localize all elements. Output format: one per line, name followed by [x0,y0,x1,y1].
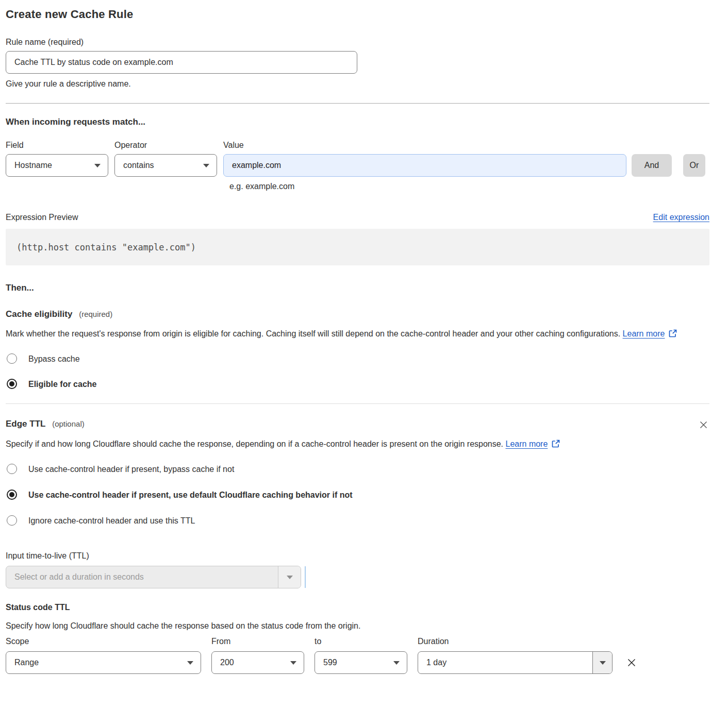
expression-code: (http.host contains "example.com") [16,242,196,252]
chevron-down-icon [592,652,612,673]
chevron-down-icon [203,164,209,167]
rule-name-help: Give your rule a descriptive name. [6,78,709,90]
delete-status-row-button[interactable] [625,656,638,669]
cache-eligibility-description-text: Mark whether the request's response from… [6,329,620,338]
create-cache-rule-form: Create new Cache Rule Rule name (require… [0,0,728,687]
match-heading: When incoming requests match... [6,116,709,128]
section-divider [6,403,709,404]
radio-label: Eligible for cache [28,379,96,390]
ttl-input-label: Input time-to-live (TTL) [6,550,709,562]
status-code-ttl-row: Range 200 599 1 day [6,651,709,674]
value-input[interactable] [223,154,626,177]
scope-select-value: Range [14,658,187,667]
cache-eligibility-heading: Cache eligibility [6,309,72,319]
radio-icon [7,515,17,526]
ttl-duration-select[interactable]: Select or add a duration in seconds [6,566,301,588]
section-divider [6,103,709,104]
operator-select-value: contains [123,161,203,170]
edge-ttl-description: Specify if and how long Cloudflare shoul… [6,437,578,451]
operator-select[interactable]: contains [114,154,217,177]
duration-label: Duration [418,636,449,647]
to-label: to [315,636,418,647]
operator-label: Operator [114,141,223,150]
ttl-duration-placeholder: Select or add a duration in seconds [6,566,278,588]
rule-name-input[interactable] [6,51,357,74]
field-select-value: Hostname [14,161,94,170]
edge-ttl-description-text: Specify if and how long Cloudflare shoul… [6,440,503,448]
close-icon [699,420,708,430]
external-link-icon [551,439,560,448]
chevron-down-icon [187,661,193,665]
page-title: Create new Cache Rule [6,7,709,22]
rule-name-label: Rule name (required) [6,37,709,48]
status-code-ttl-description: Specify how long Cloudflare should cache… [6,620,709,632]
then-heading: Then... [6,282,709,294]
radio-use-header-default-if-not[interactable]: Use cache-control header if present, use… [6,489,709,501]
radio-icon [7,379,17,389]
edge-ttl-heading: Edge TTL [6,419,45,429]
scope-select[interactable]: Range [6,651,201,674]
radio-eligible-for-cache[interactable]: Eligible for cache [6,379,709,390]
radio-label: Use cache-control header if present, use… [28,489,353,501]
cache-eligibility-description: Mark whether the request's response from… [6,327,699,341]
status-code-column-labels: Scope From to Duration [6,636,709,647]
chevron-down-icon [393,661,400,665]
edge-ttl-qualifier: (optional) [52,419,85,428]
edge-ttl-header: Edge TTL (optional) [6,418,709,431]
chevron-down-icon [278,566,301,588]
radio-icon [7,464,17,474]
edge-ttl-close-button[interactable] [698,419,709,431]
radio-label: Use cache-control header if present, byp… [28,464,234,475]
status-code-ttl-heading: Status code TTL [6,602,709,613]
cache-eligibility-learn-more-link[interactable]: Learn more [623,329,665,338]
radio-icon [7,489,17,500]
from-select-value: 200 [220,658,290,667]
edge-ttl-learn-more-link[interactable]: Learn more [506,440,548,448]
radio-label: Bypass cache [28,353,80,365]
duration-select[interactable]: 1 day [418,651,613,674]
chevron-down-icon [290,661,296,665]
chevron-down-icon [94,164,101,167]
field-label: Field [6,141,114,150]
field-select[interactable]: Hostname [6,154,108,177]
external-link-icon [668,329,677,338]
expression-preview-label: Expression Preview [6,213,78,222]
expression-preview-header: Expression Preview Edit expression [6,213,709,222]
or-button[interactable]: Or [683,154,705,177]
cache-eligibility-qualifier: (required) [79,310,112,318]
duration-select-value: 1 day [418,652,592,673]
scope-label: Scope [6,636,211,647]
to-select-value: 599 [323,658,393,667]
from-label: From [211,636,315,647]
to-select[interactable]: 599 [315,651,407,674]
and-button[interactable]: And [632,154,672,177]
radio-icon [7,353,17,364]
radio-bypass-cache[interactable]: Bypass cache [6,353,709,365]
edit-expression-link[interactable]: Edit expression [653,213,709,222]
expression-code-block: (http.host contains "example.com") [6,229,709,265]
cache-eligibility-header: Cache eligibility (required) [6,308,709,320]
value-hint: e.g. example.com [229,181,709,192]
close-icon [626,657,637,668]
match-column-labels: Field Operator Value [6,141,709,150]
focus-bar [305,566,306,588]
match-condition-row: Hostname contains And Or [6,154,709,177]
radio-label: Ignore cache-control header and use this… [28,515,195,527]
radio-ignore-header-use-ttl[interactable]: Ignore cache-control header and use this… [6,515,709,527]
radio-use-header-bypass-if-not[interactable]: Use cache-control header if present, byp… [6,464,709,475]
from-select[interactable]: 200 [211,651,304,674]
value-label: Value [223,141,244,150]
ttl-select-row: Select or add a duration in seconds [6,566,709,588]
